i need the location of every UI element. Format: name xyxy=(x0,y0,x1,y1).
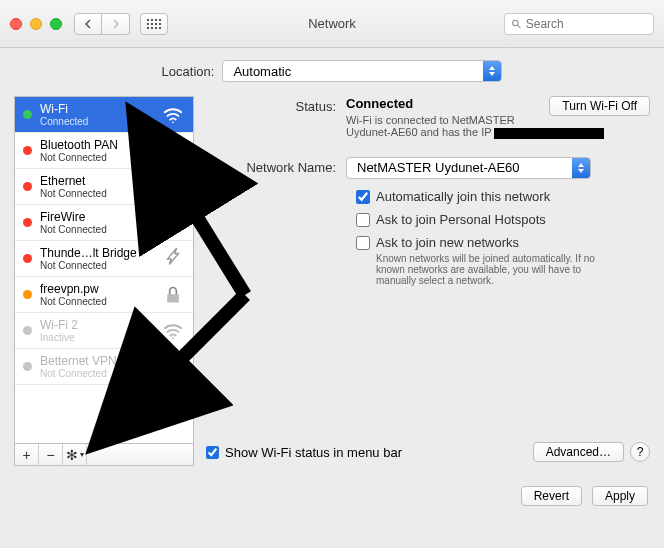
ask-new-row: Ask to join new networks Known networks … xyxy=(356,235,650,286)
connection-name: Bluetooth PAN xyxy=(40,138,157,152)
advanced-button[interactable]: Advanced… xyxy=(533,442,624,462)
help-button[interactable]: ? xyxy=(630,442,650,462)
show-menu-checkbox[interactable] xyxy=(206,446,219,459)
titlebar: Network xyxy=(0,0,664,48)
status-value: Connected xyxy=(346,96,413,111)
status-dot xyxy=(23,146,32,155)
auto-join-label: Automatically join this network xyxy=(376,189,550,204)
svg-point-2 xyxy=(171,185,174,188)
bluetooth-icon xyxy=(161,139,185,163)
search-icon xyxy=(511,18,522,30)
connection-name: FireWire xyxy=(40,210,157,224)
connection-status: Connected xyxy=(40,116,157,127)
ask-new-checkbox[interactable] xyxy=(356,236,370,250)
show-menu-label: Show Wi-Fi status in menu bar xyxy=(225,445,402,460)
remove-connection-button[interactable]: − xyxy=(39,444,63,465)
connection-name: freevpn.pw xyxy=(40,282,157,296)
main-panel: Status: Connected Turn Wi-Fi Off Wi-Fi i… xyxy=(206,96,650,466)
sidebar-item-bluetooth-pan[interactable]: Bluetooth PANNot Connected xyxy=(15,133,193,169)
search-input[interactable] xyxy=(526,17,647,31)
network-name-select[interactable]: NetMASTER Uydunet-AE60 xyxy=(346,157,591,179)
network-name-label: Network Name: xyxy=(206,157,346,175)
network-name-value: NetMASTER Uydunet-AE60 xyxy=(357,160,520,175)
back-button[interactable] xyxy=(74,13,102,35)
ask-new-note: Known networks will be joined automatica… xyxy=(376,253,616,286)
tb-icon xyxy=(161,247,185,271)
location-value: Automatic xyxy=(233,64,291,79)
location-label: Location: xyxy=(162,64,215,79)
sidebar-item-betternet-vpn[interactable]: Betternet VPNNot Connected xyxy=(15,349,193,385)
connection-status: Not Connected xyxy=(40,188,157,199)
status-dot xyxy=(23,218,32,227)
close-window-button[interactable] xyxy=(10,18,22,30)
svg-point-0 xyxy=(513,20,518,25)
ask-hotspot-checkbox[interactable] xyxy=(356,213,370,227)
ask-new-label: Ask to join new networks xyxy=(376,235,616,250)
sidebar-item-firewire[interactable]: FireWireNot Connected xyxy=(15,205,193,241)
sidebar-item-thunde-lt-bridge[interactable]: Thunde…lt BridgeNot Connected xyxy=(15,241,193,277)
lock-icon xyxy=(161,355,185,379)
ask-hotspot-row: Ask to join Personal Hotspots xyxy=(356,212,650,227)
sidebar-toolbar: + − ✻ xyxy=(15,443,193,465)
apply-button[interactable]: Apply xyxy=(592,486,648,506)
wifi-icon xyxy=(161,103,185,127)
wifi-icon xyxy=(161,319,185,343)
location-row: Location: Automatic xyxy=(0,48,664,86)
sidebar-item-freevpn-pw[interactable]: freevpn.pwNot Connected xyxy=(15,277,193,313)
gear-menu-button[interactable]: ✻ xyxy=(63,444,87,465)
connection-status: Not Connected xyxy=(40,296,157,307)
status-row: Status: Connected Turn Wi-Fi Off Wi-Fi i… xyxy=(206,96,650,139)
nav-buttons xyxy=(74,13,130,35)
sidebar-item-wi-fi-2[interactable]: Wi-Fi 2Inactive xyxy=(15,313,193,349)
footer: Revert Apply xyxy=(0,476,664,520)
revert-button[interactable]: Revert xyxy=(521,486,582,506)
status-dot xyxy=(23,326,32,335)
connection-status: Not Connected xyxy=(40,224,157,235)
lock-icon xyxy=(161,283,185,307)
forward-button[interactable] xyxy=(102,13,130,35)
connection-name: Ethernet xyxy=(40,174,157,188)
zoom-window-button[interactable] xyxy=(50,18,62,30)
add-connection-button[interactable]: + xyxy=(15,444,39,465)
status-dot xyxy=(23,362,32,371)
status-label: Status: xyxy=(206,96,346,114)
location-select[interactable]: Automatic xyxy=(222,60,502,82)
chevron-updown-icon xyxy=(483,61,501,81)
window-title: Network xyxy=(308,16,356,31)
ethernet-icon xyxy=(161,175,185,199)
ask-hotspot-label: Ask to join Personal Hotspots xyxy=(376,212,546,227)
connection-name: Wi-Fi 2 xyxy=(40,318,157,332)
status-dot xyxy=(23,182,32,191)
search-field[interactable] xyxy=(504,13,654,35)
auto-join-checkbox[interactable] xyxy=(356,190,370,204)
wifi-toggle-button[interactable]: Turn Wi-Fi Off xyxy=(549,96,650,116)
chevron-updown-icon xyxy=(572,158,590,178)
firewire-icon xyxy=(161,211,185,235)
content-area: Wi-FiConnectedBluetooth PANNot Connected… xyxy=(0,86,664,476)
connection-status: Not Connected xyxy=(40,368,157,379)
traffic-lights xyxy=(10,18,62,30)
connection-sidebar: Wi-FiConnectedBluetooth PANNot Connected… xyxy=(14,96,194,466)
minimize-window-button[interactable] xyxy=(30,18,42,30)
show-all-button[interactable] xyxy=(140,13,168,35)
status-dot xyxy=(23,254,32,263)
svg-line-7 xyxy=(168,218,173,223)
bottom-row: Show Wi-Fi status in menu bar Advanced… … xyxy=(206,438,650,466)
connection-name: Wi-Fi xyxy=(40,102,157,116)
connection-status: Inactive xyxy=(40,332,157,343)
svg-line-8 xyxy=(173,218,178,223)
redacted-ip xyxy=(494,128,604,139)
status-detail-text: Wi-Fi is connected to NetMASTER Uydunet-… xyxy=(346,114,515,138)
connection-status: Not Connected xyxy=(40,152,157,163)
sidebar-item-ethernet[interactable]: EthernetNot Connected xyxy=(15,169,193,205)
connection-status: Not Connected xyxy=(40,260,157,271)
svg-line-1 xyxy=(518,25,521,28)
connection-name: Betternet VPN xyxy=(40,354,157,368)
network-name-row: Network Name: NetMASTER Uydunet-AE60 xyxy=(206,157,650,179)
status-dot xyxy=(23,290,32,299)
auto-join-row: Automatically join this network xyxy=(356,189,650,204)
status-dot xyxy=(23,110,32,119)
sidebar-item-wi-fi[interactable]: Wi-FiConnected xyxy=(15,97,193,133)
status-detail: Wi-Fi is connected to NetMASTER Uydunet-… xyxy=(346,114,650,139)
svg-rect-10 xyxy=(167,294,179,302)
